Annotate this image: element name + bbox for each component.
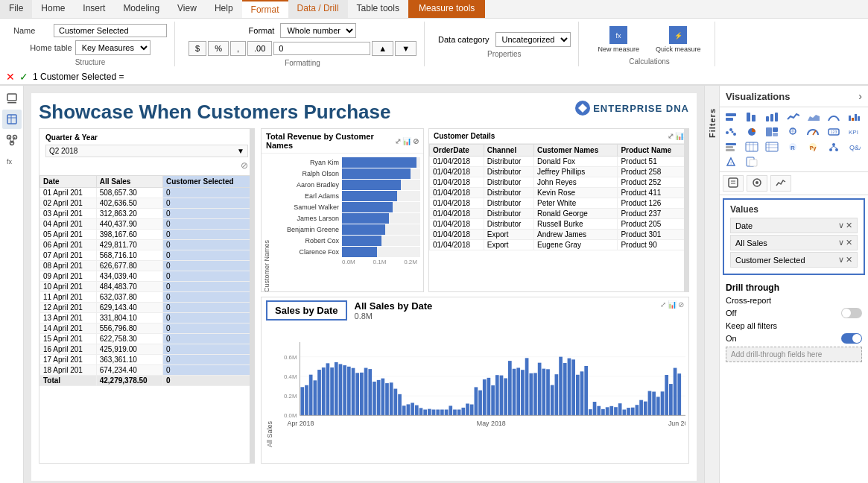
home-table-dropdown[interactable]: Key Measures [75,40,151,55]
currency-btn[interactable]: $ [189,41,206,56]
value-all-sales-label: All Sales [735,239,767,247]
table-row: 06 April 201429,811.700 [40,240,254,250]
drill-drop-zone[interactable]: Add drill-through fields here [726,347,862,362]
viz-table-icon[interactable] [744,140,760,154]
viz-r-icon[interactable]: R [785,140,801,154]
cross-report-toggle[interactable] [841,308,862,318]
value-all-sales-remove[interactable]: ✕ [846,238,852,247]
tab-modeling[interactable]: Modeling [114,0,168,18]
sales-bar [461,408,465,415]
viz-ribbon-icon[interactable] [826,110,842,124]
tab-insert[interactable]: Insert [74,0,114,18]
tab-table-tools[interactable]: Table tools [348,0,408,18]
cust-expand-icon[interactable]: ⤢ [668,132,674,140]
viz-line-icon[interactable] [785,110,801,124]
tab-help[interactable]: Help [206,0,242,18]
viz-gauge-icon[interactable] [805,125,821,139]
viz-area-icon[interactable] [805,110,821,124]
viz-pie-icon[interactable] [744,125,760,139]
viz-clustered-bar-icon[interactable] [744,110,760,124]
keep-filters-toggle[interactable] [841,333,862,344]
formula-check-btn[interactable]: ✓ [19,71,28,83]
viz-slicer-icon[interactable] [723,140,739,154]
value-customer-selected-remove[interactable]: ✕ [846,255,852,265]
decimal-down-btn[interactable]: ▼ [395,41,416,56]
data-category-dropdown[interactable]: Uncategorized [495,32,571,47]
data-view-btn[interactable] [2,110,22,129]
viz-matrix-icon[interactable] [764,140,780,154]
ribbon-properties-section: Data category Uncategorized Properties [431,22,578,66]
tab-view[interactable]: View [168,0,206,18]
viz-stacked-bar-icon[interactable] [723,110,739,124]
viz-map-icon[interactable] [785,125,801,139]
viz-kpi-icon[interactable]: KPI [846,125,862,139]
svg-point-65 [835,148,838,151]
sales-bar [355,373,359,415]
cust-chart-icon[interactable]: 📊 [675,132,684,140]
sales-data-table: Date All Sales Customer Selected 01 Apri… [39,175,254,386]
value-customer-selected-controls: ∨ ✕ [838,255,852,265]
decimal-value-input[interactable] [273,42,370,55]
viz-card-icon[interactable]: 123 [826,125,842,139]
viz-scatter-icon[interactable] [723,125,739,139]
dax-view-btn[interactable]: fx [2,151,22,171]
format-dropdown[interactable]: Whole number [280,23,356,38]
sales-y-label: All Sales [264,323,275,449]
value-date-controls: ∨ ✕ [838,221,852,230]
tab-data-drill[interactable]: Data / Drill [288,0,348,18]
tab-format[interactable]: Format [242,0,288,18]
total-all-sales: 42,279,378.50 [96,376,162,386]
customer-table-row: 01/04/2018DistributorKevin RoseProduct 4… [430,188,688,198]
value-date-chevron[interactable]: ∨ [838,221,844,230]
sales-filter-icon[interactable]: ⊘ [678,300,684,309]
properties-label: Properties [487,50,522,58]
panel-expand-btn[interactable]: › [858,90,862,102]
quick-measure-btn[interactable]: ⚡ Quick measure [650,23,707,56]
sales-bar [677,373,681,415]
viz-paginated-icon[interactable] [744,155,760,168]
viz-stacked-column-icon[interactable] [764,110,780,124]
comma-btn[interactable]: , [230,41,246,56]
tab-file[interactable]: File [0,0,32,18]
name-input[interactable] [54,24,167,37]
viz-fields-btn[interactable] [723,175,744,192]
formula-close-btn[interactable]: ✕ [6,71,15,83]
new-measure-btn[interactable]: fx New measure [592,23,646,56]
value-all-sales-chevron[interactable]: ∨ [838,238,844,247]
cust-scroll[interactable] [684,129,688,291]
quarter-dropdown[interactable]: Q2 2018 ▼ [45,145,248,157]
value-customer-selected-chevron[interactable]: ∨ [838,255,844,265]
viz-format-btn[interactable] [747,175,767,192]
decimal-btn[interactable]: .00 [247,41,272,56]
value-date-remove[interactable]: ✕ [846,221,852,230]
tab-home[interactable]: Home [32,0,74,18]
viz-smart-icon[interactable]: ! [723,155,739,168]
filters-tab[interactable]: Filters [704,86,719,483]
sales-bar [674,368,677,416]
bar-filter-icon[interactable]: ⊘ [413,137,419,145]
tab-measure-tools[interactable]: Measure tools [408,0,485,18]
filter-icon[interactable]: ⊘ [241,160,248,171]
viz-qa-icon[interactable]: Q&A [846,140,862,154]
customer-table-row: 01/04/2018ExportEugene GrayProduct 90 [430,240,688,250]
viz-analytics-btn[interactable] [770,175,791,192]
decimal-up-btn[interactable]: ▲ [372,41,393,56]
viz-python-icon[interactable]: Py [805,140,821,154]
viz-treemap-icon[interactable] [764,125,780,139]
bar-chart-icon[interactable]: 📊 [402,137,411,145]
viz-decomp-icon[interactable] [826,140,842,154]
report-view-btn[interactable] [2,89,22,108]
percent-btn[interactable]: % [208,41,229,56]
svg-rect-5 [7,102,16,104]
sales-bar [533,373,537,415]
svg-marker-28 [808,115,820,121]
sales-chart-icon[interactable]: 📊 [668,300,677,309]
table-scroll[interactable] [250,129,254,463]
sales-expand-icon[interactable]: ⤢ [660,300,666,309]
model-view-btn[interactable] [2,130,22,150]
sales-chart-title-area: All Sales by Date 0.8M [355,300,433,321]
sales-chart-svg-container: Apr 2018May 2018Jun 20180.0M0.2M0.4M0.6M [275,323,685,449]
viz-waterfall-icon[interactable] [846,110,862,124]
bar-expand-icon[interactable]: ⤢ [395,137,401,145]
sales-bar [398,394,402,416]
